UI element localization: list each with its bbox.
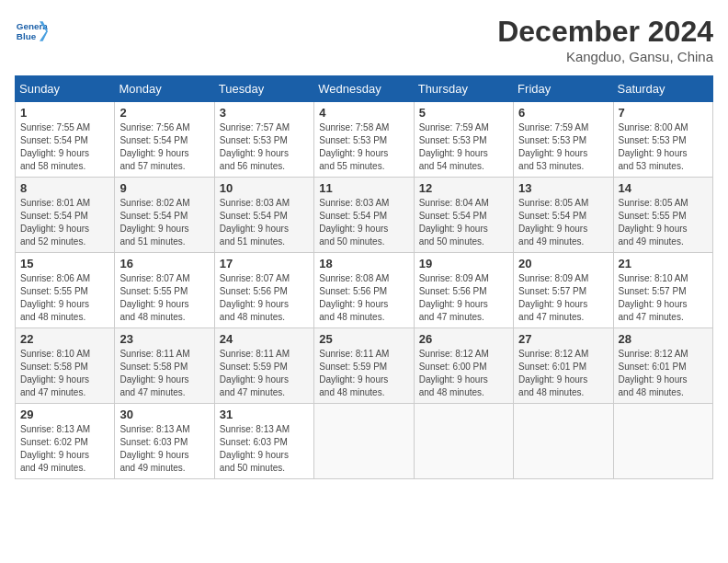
calendar-cell: 17Sunrise: 8:07 AM Sunset: 5:56 PM Dayli… xyxy=(214,253,313,328)
day-info: Sunrise: 7:58 AM Sunset: 5:53 PM Dayligh… xyxy=(319,121,408,173)
day-info: Sunrise: 8:11 AM Sunset: 5:59 PM Dayligh… xyxy=(319,348,408,399)
weekday-header-monday: Monday xyxy=(115,76,214,102)
day-info: Sunrise: 8:12 AM Sunset: 6:00 PM Dayligh… xyxy=(419,348,508,399)
day-info: Sunrise: 8:13 AM Sunset: 6:03 PM Dayligh… xyxy=(119,423,209,475)
day-number: 17 xyxy=(220,257,309,270)
calendar-cell: 25Sunrise: 8:11 AM Sunset: 5:59 PM Dayli… xyxy=(314,328,414,404)
location: Kangduo, Gansu, China xyxy=(497,49,713,64)
calendar-cell: 16Sunrise: 8:07 AM Sunset: 5:55 PM Dayli… xyxy=(115,253,214,328)
day-info: Sunrise: 8:10 AM Sunset: 5:57 PM Dayligh… xyxy=(619,272,708,324)
day-number: 12 xyxy=(419,181,508,195)
logo: General Blue xyxy=(15,15,48,48)
calendar-cell xyxy=(514,404,613,479)
day-number: 11 xyxy=(319,181,408,195)
day-info: Sunrise: 8:02 AM Sunset: 5:54 PM Dayligh… xyxy=(119,197,209,248)
day-info: Sunrise: 8:11 AM Sunset: 5:59 PM Dayligh… xyxy=(220,348,309,399)
calendar-cell: 20Sunrise: 8:09 AM Sunset: 5:57 PM Dayli… xyxy=(514,253,613,328)
calendar-cell: 13Sunrise: 8:05 AM Sunset: 5:54 PM Dayli… xyxy=(514,178,613,253)
weekday-header-thursday: Thursday xyxy=(414,76,513,102)
day-info: Sunrise: 7:59 AM Sunset: 5:53 PM Dayligh… xyxy=(419,121,508,173)
calendar-cell: 9Sunrise: 8:02 AM Sunset: 5:54 PM Daylig… xyxy=(115,178,214,253)
day-number: 29 xyxy=(20,408,109,421)
svg-text:Blue: Blue xyxy=(17,31,37,41)
calendar-cell: 7Sunrise: 8:00 AM Sunset: 5:53 PM Daylig… xyxy=(613,102,712,178)
day-info: Sunrise: 8:13 AM Sunset: 6:03 PM Dayligh… xyxy=(220,423,309,475)
calendar-cell: 26Sunrise: 8:12 AM Sunset: 6:00 PM Dayli… xyxy=(414,328,513,404)
calendar-cell: 3Sunrise: 7:57 AM Sunset: 5:53 PM Daylig… xyxy=(214,102,313,178)
calendar-cell: 8Sunrise: 8:01 AM Sunset: 5:54 PM Daylig… xyxy=(16,178,115,253)
calendar-cell: 4Sunrise: 7:58 AM Sunset: 5:53 PM Daylig… xyxy=(314,102,414,178)
calendar-cell: 22Sunrise: 8:10 AM Sunset: 5:58 PM Dayli… xyxy=(16,328,115,404)
day-number: 4 xyxy=(319,106,408,120)
calendar-table: SundayMondayTuesdayWednesdayThursdayFrid… xyxy=(15,75,713,479)
day-info: Sunrise: 8:09 AM Sunset: 5:57 PM Dayligh… xyxy=(518,272,608,324)
day-number: 6 xyxy=(518,106,608,120)
day-info: Sunrise: 8:12 AM Sunset: 6:01 PM Dayligh… xyxy=(518,348,608,399)
day-info: Sunrise: 8:12 AM Sunset: 6:01 PM Dayligh… xyxy=(619,348,708,399)
day-number: 23 xyxy=(119,332,209,346)
day-info: Sunrise: 8:07 AM Sunset: 5:55 PM Dayligh… xyxy=(119,272,209,324)
calendar-cell: 15Sunrise: 8:06 AM Sunset: 5:55 PM Dayli… xyxy=(16,253,115,328)
day-info: Sunrise: 8:05 AM Sunset: 5:54 PM Dayligh… xyxy=(518,197,608,248)
day-number: 5 xyxy=(419,106,508,120)
day-number: 9 xyxy=(119,181,209,195)
calendar-cell: 23Sunrise: 8:11 AM Sunset: 5:58 PM Dayli… xyxy=(115,328,214,404)
calendar-cell: 2Sunrise: 7:56 AM Sunset: 5:54 PM Daylig… xyxy=(115,102,214,178)
calendar-cell xyxy=(613,404,712,479)
day-number: 1 xyxy=(20,106,109,120)
weekday-header-wednesday: Wednesday xyxy=(314,76,414,102)
calendar-cell: 5Sunrise: 7:59 AM Sunset: 5:53 PM Daylig… xyxy=(414,102,513,178)
weekday-header-tuesday: Tuesday xyxy=(214,76,313,102)
day-number: 22 xyxy=(20,332,109,346)
week-row-1: 1Sunrise: 7:55 AM Sunset: 5:54 PM Daylig… xyxy=(16,102,713,178)
calendar-cell: 1Sunrise: 7:55 AM Sunset: 5:54 PM Daylig… xyxy=(16,102,115,178)
week-row-4: 22Sunrise: 8:10 AM Sunset: 5:58 PM Dayli… xyxy=(16,328,713,404)
day-number: 19 xyxy=(419,257,508,270)
weekday-header-saturday: Saturday xyxy=(613,76,712,102)
calendar-cell: 10Sunrise: 8:03 AM Sunset: 5:54 PM Dayli… xyxy=(214,178,313,253)
calendar-cell: 30Sunrise: 8:13 AM Sunset: 6:03 PM Dayli… xyxy=(115,404,214,479)
day-number: 15 xyxy=(20,257,109,270)
day-info: Sunrise: 8:08 AM Sunset: 5:56 PM Dayligh… xyxy=(319,272,408,324)
week-row-5: 29Sunrise: 8:13 AM Sunset: 6:02 PM Dayli… xyxy=(16,404,713,479)
day-info: Sunrise: 8:05 AM Sunset: 5:55 PM Dayligh… xyxy=(619,197,708,248)
calendar-cell: 19Sunrise: 8:09 AM Sunset: 5:56 PM Dayli… xyxy=(414,253,513,328)
day-info: Sunrise: 8:07 AM Sunset: 5:56 PM Dayligh… xyxy=(220,272,309,324)
calendar-cell: 28Sunrise: 8:12 AM Sunset: 6:01 PM Dayli… xyxy=(613,328,712,404)
day-number: 20 xyxy=(518,257,608,270)
day-info: Sunrise: 8:03 AM Sunset: 5:54 PM Dayligh… xyxy=(220,197,309,248)
month-title: December 2024 xyxy=(497,15,713,49)
day-info: Sunrise: 7:56 AM Sunset: 5:54 PM Dayligh… xyxy=(119,121,209,173)
day-info: Sunrise: 7:59 AM Sunset: 5:53 PM Dayligh… xyxy=(518,121,608,173)
day-number: 24 xyxy=(220,332,309,346)
day-number: 2 xyxy=(119,106,209,120)
calendar-cell: 12Sunrise: 8:04 AM Sunset: 5:54 PM Dayli… xyxy=(414,178,513,253)
day-info: Sunrise: 8:13 AM Sunset: 6:02 PM Dayligh… xyxy=(20,423,109,475)
day-info: Sunrise: 8:04 AM Sunset: 5:54 PM Dayligh… xyxy=(419,197,508,248)
day-info: Sunrise: 7:57 AM Sunset: 5:53 PM Dayligh… xyxy=(220,121,309,173)
day-number: 31 xyxy=(220,408,309,421)
day-number: 8 xyxy=(20,181,109,195)
day-number: 30 xyxy=(119,408,209,421)
day-number: 13 xyxy=(518,181,608,195)
week-row-2: 8Sunrise: 8:01 AM Sunset: 5:54 PM Daylig… xyxy=(16,178,713,253)
weekday-header-sunday: Sunday xyxy=(16,76,115,102)
day-info: Sunrise: 7:55 AM Sunset: 5:54 PM Dayligh… xyxy=(20,121,109,173)
logo-icon: General Blue xyxy=(15,15,48,48)
day-number: 7 xyxy=(619,106,708,120)
day-number: 18 xyxy=(319,257,408,270)
calendar-cell: 29Sunrise: 8:13 AM Sunset: 6:02 PM Dayli… xyxy=(16,404,115,479)
day-number: 3 xyxy=(220,106,309,120)
calendar-cell: 21Sunrise: 8:10 AM Sunset: 5:57 PM Dayli… xyxy=(613,253,712,328)
day-number: 21 xyxy=(619,257,708,270)
day-number: 27 xyxy=(518,332,608,346)
day-number: 28 xyxy=(619,332,708,346)
day-info: Sunrise: 8:06 AM Sunset: 5:55 PM Dayligh… xyxy=(20,272,109,324)
day-info: Sunrise: 8:09 AM Sunset: 5:56 PM Dayligh… xyxy=(419,272,508,324)
calendar-cell xyxy=(314,404,414,479)
day-number: 10 xyxy=(220,181,309,195)
calendar-cell: 27Sunrise: 8:12 AM Sunset: 6:01 PM Dayli… xyxy=(514,328,613,404)
calendar-cell: 6Sunrise: 7:59 AM Sunset: 5:53 PM Daylig… xyxy=(514,102,613,178)
day-info: Sunrise: 8:00 AM Sunset: 5:53 PM Dayligh… xyxy=(619,121,708,173)
calendar-cell xyxy=(414,404,513,479)
